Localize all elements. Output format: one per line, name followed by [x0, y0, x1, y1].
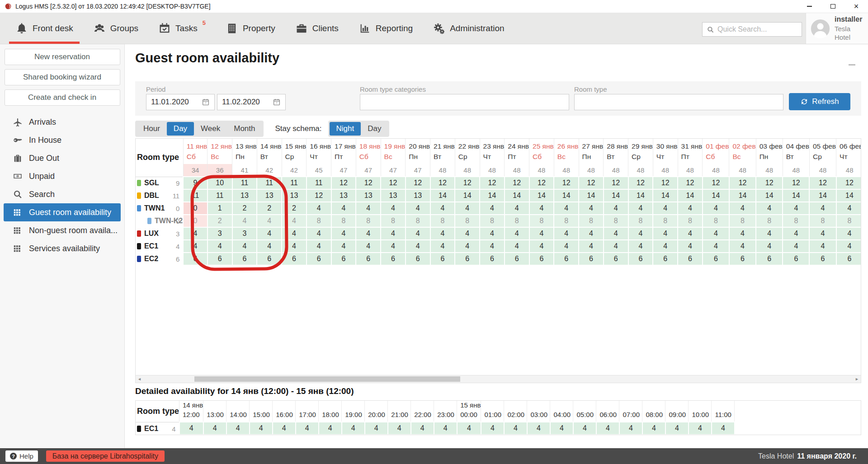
hourly-availability-cell[interactable]: 4	[411, 422, 434, 435]
availability-cell[interactable]: 14	[430, 189, 455, 202]
availability-cell[interactable]: 6	[809, 253, 836, 265]
availability-cell[interactable]: 6	[257, 253, 282, 265]
availability-cell[interactable]: 6	[579, 253, 604, 265]
close-button[interactable]: ×	[844, 0, 868, 13]
availability-cell[interactable]: 4	[783, 202, 809, 215]
quick-search-box[interactable]	[702, 22, 802, 37]
availability-cell[interactable]: 4	[307, 227, 331, 240]
availability-cell[interactable]: 8	[356, 215, 381, 227]
availability-cell[interactable]: 12	[307, 189, 331, 202]
nav-item-property[interactable]: Property	[226, 13, 275, 44]
availability-cell[interactable]: 4	[505, 202, 529, 215]
availability-cell[interactable]: 4	[406, 240, 430, 253]
hourly-availability-cell[interactable]: 4	[388, 422, 411, 435]
availability-cell[interactable]: 8	[604, 215, 628, 227]
availability-cell[interactable]: 4	[836, 240, 861, 253]
availability-cell[interactable]: 12	[331, 177, 356, 189]
room-type-categories-input[interactable]	[365, 98, 564, 107]
availability-cell[interactable]: 6	[356, 253, 381, 265]
availability-cell[interactable]: 4	[307, 240, 331, 253]
schema-tab-day[interactable]: Day	[361, 122, 388, 136]
availability-cell[interactable]: 11	[307, 177, 331, 189]
availability-cell[interactable]: 14	[628, 189, 653, 202]
availability-cell[interactable]: 4	[809, 240, 836, 253]
period-to-field[interactable]: 7	[217, 94, 286, 110]
view-tab-day[interactable]: Day	[167, 122, 194, 136]
availability-cell[interactable]: 4	[381, 227, 406, 240]
availability-cell[interactable]: 2	[208, 215, 232, 227]
availability-cell[interactable]: 8	[430, 215, 455, 227]
availability-cell[interactable]: 4	[183, 227, 208, 240]
availability-cell[interactable]: 14	[836, 189, 861, 202]
hourly-availability-cell[interactable]: 4	[504, 422, 527, 435]
availability-cell[interactable]: 6	[703, 253, 729, 265]
availability-cell[interactable]: 9	[183, 177, 208, 189]
availability-cell[interactable]: 12	[756, 177, 783, 189]
hourly-availability-cell[interactable]: 4	[527, 422, 550, 435]
availability-cell[interactable]: 6	[756, 253, 783, 265]
availability-cell[interactable]: 4	[331, 202, 356, 215]
availability-cell[interactable]: 4	[406, 202, 430, 215]
availability-cell[interactable]: 14	[678, 189, 703, 202]
period-from-field[interactable]: 7	[146, 94, 215, 110]
availability-cell[interactable]: 4	[653, 240, 678, 253]
availability-cell[interactable]: 12	[406, 177, 430, 189]
availability-cell[interactable]: 8	[703, 215, 729, 227]
availability-cell[interactable]: 12	[678, 177, 703, 189]
calendar-icon[interactable]: 7	[202, 98, 210, 106]
maximize-button[interactable]	[821, 0, 844, 13]
availability-cell[interactable]: 4	[628, 227, 653, 240]
hourly-availability-cell[interactable]: 4	[319, 422, 342, 435]
availability-cell[interactable]: 14	[480, 189, 505, 202]
availability-cell[interactable]: 8	[307, 215, 331, 227]
availability-cell[interactable]: 14	[455, 189, 480, 202]
availability-cell[interactable]: 12	[783, 177, 809, 189]
availability-cell[interactable]: 4	[455, 227, 480, 240]
availability-cell[interactable]: 4	[529, 240, 554, 253]
availability-cell[interactable]: 6	[529, 253, 554, 265]
availability-cell[interactable]: 4	[703, 240, 729, 253]
availability-cell[interactable]: 4	[232, 240, 257, 253]
availability-cell[interactable]: 11	[232, 177, 257, 189]
view-tab-week[interactable]: Week	[194, 122, 227, 136]
availability-cell[interactable]: 4	[836, 202, 861, 215]
availability-cell[interactable]: 4	[208, 240, 232, 253]
availability-cell[interactable]: 8	[579, 215, 604, 227]
availability-cell[interactable]: 4	[653, 227, 678, 240]
nav-item-clients[interactable]: Clients	[295, 13, 339, 44]
availability-cell[interactable]: 4	[729, 240, 756, 253]
availability-cell[interactable]: 13	[356, 189, 381, 202]
availability-cell[interactable]: 8	[505, 215, 529, 227]
availability-cell[interactable]: 4	[628, 202, 653, 215]
hourly-availability-cell[interactable]: 4	[203, 422, 226, 435]
hourly-availability-cell[interactable]: 4	[457, 422, 481, 435]
availability-cell[interactable]: 4	[554, 227, 579, 240]
nav-item-groups[interactable]: Groups	[93, 13, 138, 44]
create-and-check-in-button[interactable]: Create and check in	[5, 89, 120, 106]
availability-cell[interactable]: 6	[307, 253, 331, 265]
availability-cell[interactable]: 4	[678, 227, 703, 240]
availability-cell[interactable]: 14	[653, 189, 678, 202]
period-to-input[interactable]	[222, 98, 269, 107]
availability-cell[interactable]: 14	[756, 189, 783, 202]
availability-cell[interactable]: 8	[628, 215, 653, 227]
availability-cell[interactable]: 6	[282, 253, 307, 265]
availability-cell[interactable]: 11	[208, 189, 232, 202]
availability-cell[interactable]: 6	[628, 253, 653, 265]
availability-cell[interactable]: 10	[208, 177, 232, 189]
availability-cell[interactable]: 1	[208, 202, 232, 215]
availability-cell[interactable]: 8	[455, 215, 480, 227]
availability-cell[interactable]: 4	[282, 227, 307, 240]
availability-cell[interactable]: 4	[430, 227, 455, 240]
availability-cell[interactable]: 4	[554, 240, 579, 253]
availability-cell[interactable]: 4	[756, 240, 783, 253]
shared-booking-wizard-button[interactable]: Shared booking wizard	[5, 69, 120, 85]
sidebar-item-search[interactable]: Search	[0, 185, 124, 203]
hourly-availability-cell[interactable]: 4	[596, 422, 619, 435]
availability-cell[interactable]: 4	[257, 215, 282, 227]
availability-cell[interactable]: 4	[579, 227, 604, 240]
hourly-availability-cell[interactable]: 4	[481, 422, 504, 435]
availability-cell[interactable]: 4	[282, 215, 307, 227]
availability-cell[interactable]: 4	[783, 227, 809, 240]
horizontal-scrollbar[interactable]: ◄ ►	[136, 375, 861, 383]
